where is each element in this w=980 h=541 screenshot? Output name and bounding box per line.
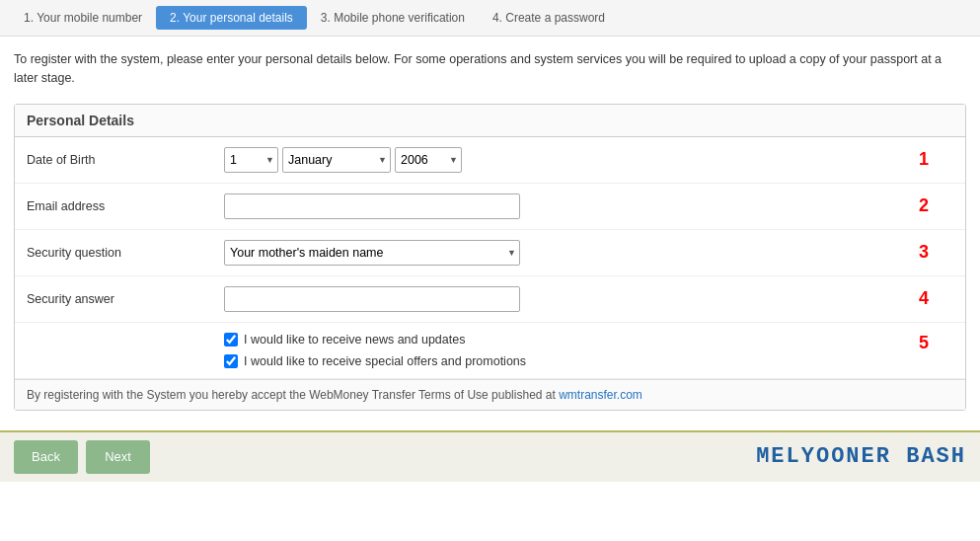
checkboxes-row: I would like to receive news and updates… (15, 323, 965, 379)
step-2[interactable]: 2. Your personal details (156, 6, 307, 30)
field-number-5: 5 (894, 333, 953, 353)
security-answer-label: Security answer (27, 292, 224, 306)
security-question-row: Security question Your mother's maiden n… (15, 230, 965, 276)
intro-text: To register with the system, please ente… (14, 50, 966, 88)
field-number-3: 3 (894, 242, 953, 263)
step-1[interactable]: 1. Your mobile number (10, 6, 156, 30)
steps-bar: 1. Your mobile number 2. Your personal d… (0, 0, 980, 37)
dob-year-select[interactable]: 1940195019601970 1975198019851990 199520… (395, 147, 462, 173)
checkbox-news-line: I would like to receive news and updates (224, 333, 465, 347)
step-4[interactable]: 4. Create a password (479, 6, 619, 30)
footer-bar: Back Next MeLYooner BaSH (0, 430, 980, 482)
security-question-select[interactable]: Your mother's maiden name Name of your f… (224, 240, 520, 266)
security-answer-control (224, 286, 894, 312)
dob-row: Date of Birth 12345 678910 1112131415 16… (15, 137, 965, 184)
checkboxes-area: I would like to receive news and updates… (224, 333, 894, 368)
dob-year-wrapper: 1940195019601970 1975198019851990 199520… (395, 147, 462, 173)
email-label: Email address (27, 199, 224, 213)
dob-label: Date of Birth (27, 153, 224, 167)
security-question-control: Your mother's maiden name Name of your f… (224, 240, 894, 266)
next-button[interactable]: Next (86, 440, 150, 474)
dob-controls: 12345 678910 1112131415 1617181920 21222… (224, 147, 894, 173)
email-control (224, 193, 894, 219)
security-answer-row: Security answer 4 (15, 276, 965, 323)
checkbox-offers-line: I would like to receive special offers a… (224, 354, 526, 368)
field-number-2: 2 (894, 195, 953, 216)
email-row: Email address 2 (15, 184, 965, 230)
back-button[interactable]: Back (14, 440, 78, 474)
email-input[interactable] (224, 193, 520, 219)
dob-day-select[interactable]: 12345 678910 1112131415 1617181920 21222… (224, 147, 278, 173)
footer-brand: MeLYooner BaSH (756, 444, 966, 469)
checkbox-news-label: I would like to receive news and updates (244, 333, 465, 347)
dob-day-wrapper: 12345 678910 1112131415 1617181920 21222… (224, 147, 278, 173)
checkbox-news[interactable] (224, 333, 238, 347)
security-question-wrapper: Your mother's maiden name Name of your f… (224, 240, 520, 266)
personal-details-section: Personal Details Date of Birth 12345 678… (14, 104, 966, 411)
security-question-label: Security question (27, 246, 224, 260)
field-number-1: 1 (894, 149, 953, 170)
main-content: To register with the system, please ente… (0, 37, 980, 430)
terms-text-before: By registering with the System you hereb… (27, 388, 559, 402)
field-number-4: 4 (894, 288, 953, 309)
terms-row: By registering with the System you hereb… (15, 379, 965, 410)
terms-link[interactable]: wmtransfer.com (559, 388, 642, 402)
checkbox-offers[interactable] (224, 354, 238, 368)
step-3[interactable]: 3. Mobile phone verification (307, 6, 479, 30)
checkbox-offers-label: I would like to receive special offers a… (244, 354, 526, 368)
dob-month-select[interactable]: JanuaryFebruaryMarchApril MayJuneJulyAug… (282, 147, 391, 173)
section-title: Personal Details (15, 105, 965, 137)
dob-month-wrapper: JanuaryFebruaryMarchApril MayJuneJulyAug… (282, 147, 391, 173)
security-answer-input[interactable] (224, 286, 520, 312)
